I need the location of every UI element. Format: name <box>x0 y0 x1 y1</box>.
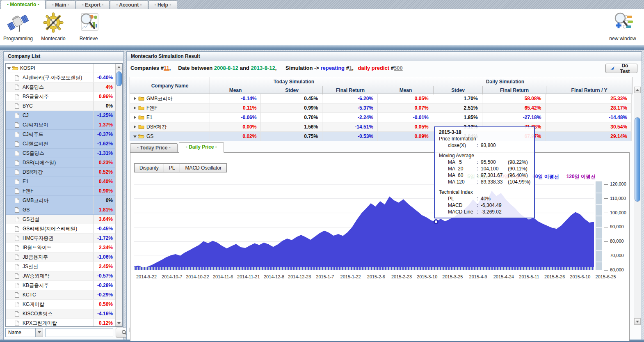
list-item[interactable]: DSR제강0.52% <box>6 168 115 177</box>
column-header[interactable]: Final Return <box>323 86 378 94</box>
company-name: CJ <box>23 112 93 118</box>
list-item[interactable]: JW중외제약-0.57% <box>6 271 115 281</box>
row-expand-toggle[interactable] <box>132 96 138 101</box>
company-name: AJ렌터카(구.아주오토렌탈) <box>23 74 93 81</box>
list-item[interactable]: KCTC-0.29% <box>6 290 115 300</box>
result-panel-scrollbar[interactable] <box>634 87 641 325</box>
column-header[interactable]: Stdev <box>261 86 323 94</box>
table-row[interactable]: DSR제강0.00%1.56%-14.51%0.05%3.12%71.68%30… <box>130 122 632 132</box>
column-header-company[interactable]: Company Name <box>130 77 210 94</box>
list-item[interactable]: GS1.81% <box>6 205 115 215</box>
info-segment: , Date between <box>169 65 214 71</box>
list-item[interactable]: CJ씨지브이1.37% <box>6 120 115 130</box>
tooltip-row-label: PL <box>448 195 474 202</box>
toolbar-item-montecarlo[interactable]: Montecarlo <box>35 12 71 41</box>
scroll-down-button[interactable] <box>116 320 122 326</box>
table-row[interactable]: GS0.02%0.75%-0.53%0.09%2.84%67.97%29.14% <box>130 132 632 141</box>
list-item[interactable]: CJ씨푸드-0.37% <box>6 130 115 139</box>
new-window-button[interactable]: new window <box>605 12 641 41</box>
change-cell <box>93 64 115 73</box>
toolbar-item-label: Programming <box>0 36 36 41</box>
table-cell: -14.51% <box>322 122 378 131</box>
list-item[interactable]: GS리테일(지에스리테일)-0.45% <box>6 224 115 234</box>
search-field-select[interactable]: Name <box>5 328 43 337</box>
chart-button-pl[interactable]: PL <box>164 163 180 172</box>
company-name: JB금융지주 <box>23 254 93 261</box>
table-cell: 58.08% <box>482 94 546 103</box>
dropdown-button[interactable] <box>35 328 43 337</box>
list-item[interactable]: DSR(디에스알)0.23% <box>6 158 115 168</box>
company-change: 0.90% <box>93 186 115 195</box>
x-axis-label: 2014-10-22 <box>184 274 210 279</box>
scrollbar-thumb[interactable] <box>635 117 640 202</box>
list-item[interactable]: HMC투자증권-1.72% <box>6 234 115 243</box>
tooltip-row-value: 104,100 <box>481 165 504 172</box>
tooltip-row-value: -3,269.02 <box>481 209 504 215</box>
scroll-up-button[interactable] <box>634 87 641 93</box>
list-item[interactable]: GMB코리아0% <box>6 196 115 205</box>
tab-todayprice[interactable]: - Today Price - <box>130 143 178 153</box>
list-item[interactable]: F앤F0.90% <box>6 186 115 196</box>
list-item[interactable]: AK홀딩스4% <box>6 83 115 92</box>
x-axis: 2014-9-222014-10-72014-10-222014-11-6201… <box>134 274 594 281</box>
list-item[interactable]: CJ-1.25% <box>6 111 115 120</box>
list-item[interactable]: BYC0% <box>6 101 115 111</box>
tooltip-row-value: 93,800 <box>481 142 504 149</box>
search-input[interactable] <box>46 328 113 337</box>
list-item[interactable]: BS금융지주0.96% <box>6 92 115 101</box>
company-list-title: Company List <box>4 52 123 61</box>
list-item[interactable]: JS전선2.45% <box>6 262 115 271</box>
list-item[interactable]: CS홀딩스-1.31% <box>6 149 115 158</box>
list-item[interactable]: IB월드와이드2.34% <box>6 243 115 252</box>
column-header[interactable]: Mean <box>378 86 434 94</box>
table-row[interactable]: GMB코리아-0.14%0.45%-6.20%0.05%1.70%58.08%2… <box>130 94 632 103</box>
list-item[interactable]: KB금융지주-0.28% <box>6 281 115 290</box>
chart-y-scrollbar[interactable] <box>596 181 602 270</box>
toolbar-item-retrieve[interactable]: Retrieve <box>71 12 107 41</box>
column-header[interactable]: Final Return <box>483 86 546 94</box>
company-list-scrollbar[interactable] <box>115 64 122 326</box>
scrollbar-thumb[interactable] <box>116 71 122 86</box>
column-header[interactable]: Stdev <box>434 86 483 94</box>
tree-expand-toggle[interactable] <box>6 65 12 71</box>
list-item[interactable]: AJ렌터카(구.아주오토렌탈)-0.40% <box>6 73 115 83</box>
list-item[interactable]: KG케미칼0.56% <box>6 300 115 309</box>
chart-button-macd-oscillator[interactable]: MACD Oscillator <box>180 163 227 172</box>
column-header[interactable]: Final Return / Y <box>546 86 633 94</box>
table-row[interactable]: E1-0.06%0.70%-2.24%-0.01%1.85%-27.18%-14… <box>130 113 632 122</box>
menu-tab-account[interactable]: - Account - <box>110 0 148 9</box>
menu-tab-export[interactable]: - Export - <box>76 0 110 9</box>
do-test-button[interactable]: Do Test <box>605 64 637 73</box>
scroll-down-button[interactable] <box>634 318 641 325</box>
table-row[interactable]: F앤F0.11%0.99%-5.37%0.07%2.51%65.42%28.17… <box>130 103 632 113</box>
tab-dailyprice[interactable]: - Daily Price - <box>179 142 224 153</box>
menu-tab-help[interactable]: - Help - <box>148 0 178 9</box>
list-item[interactable]: KISCO홀딩스-4.16% <box>6 309 115 319</box>
list-item[interactable]: E10.40% <box>6 177 115 186</box>
chart-button-disparity[interactable]: Disparity <box>134 163 164 172</box>
column-header[interactable]: Mean <box>210 86 261 94</box>
table-company-name: F앤F <box>146 105 158 112</box>
tree-root-kospi[interactable]: KOSPI <box>6 64 115 73</box>
list-item[interactable]: JB금융지주-1.06% <box>6 252 115 262</box>
company-name: AK홀딩스 <box>23 84 93 91</box>
tooltip-row-label: MA 120 <box>448 179 474 185</box>
menu-tab-main[interactable]: - Main - <box>46 0 75 9</box>
list-item[interactable]: CJ헬로비전-1.62% <box>6 139 115 149</box>
legend-item[interactable]: 60일 이평선 <box>532 173 559 180</box>
company-change: -0.28% <box>93 281 115 290</box>
row-expand-toggle[interactable] <box>132 133 138 139</box>
list-item[interactable]: GS건설3.64% <box>6 215 115 224</box>
row-expand-toggle[interactable] <box>132 124 138 130</box>
x-axis-label: 2015-1-7 <box>312 274 338 279</box>
row-expand-toggle[interactable] <box>132 105 138 111</box>
x-axis-label: 2014-12-8 <box>261 274 287 279</box>
menu-tab-montecarlo[interactable]: - Montecarlo - <box>1 0 46 9</box>
scroll-up-button[interactable] <box>116 64 122 70</box>
toolbar-item-programming[interactable]: Programming <box>0 12 36 41</box>
tooltip-colon: : <box>474 195 481 202</box>
row-expand-toggle[interactable] <box>132 115 138 120</box>
table-company-cell: GMB코리아 <box>130 94 210 103</box>
list-item[interactable]: KPX그린케미칼0.12% <box>6 319 115 326</box>
legend-item[interactable]: 120일 이평선 <box>566 173 596 180</box>
